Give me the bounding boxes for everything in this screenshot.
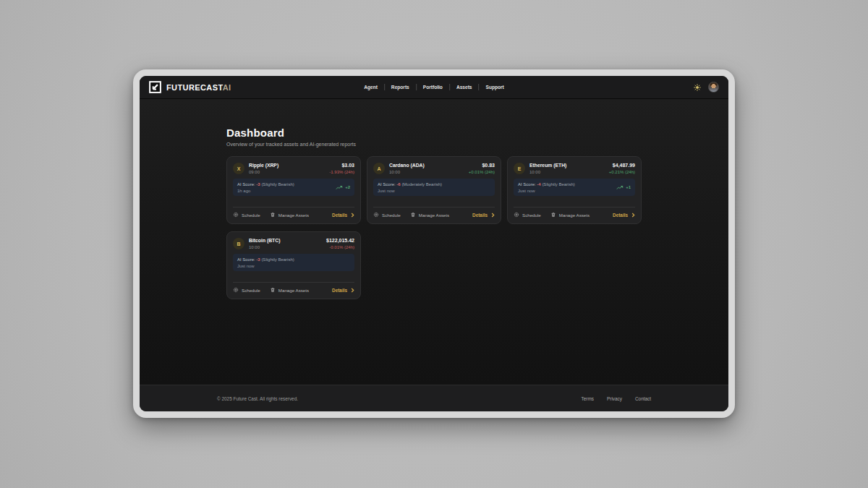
appbar-right	[694, 82, 719, 93]
ai-score-updated: Just now	[378, 189, 442, 193]
theme-toggle-sun-icon[interactable]	[694, 84, 701, 91]
footer-link-terms[interactable]: Terms	[582, 396, 594, 401]
manage-assets-label: Manage Assets	[419, 213, 449, 218]
price-block: $122,015.42 -0.01% (24h)	[326, 238, 354, 249]
asset-time: 10:00	[389, 170, 425, 174]
manage-assets-label: Manage Assets	[278, 288, 309, 293]
price-change: +0.01% (24h)	[469, 170, 495, 174]
asset-card: E Ethereum (ETH) 10:00 $4,487.99 +0.21% …	[507, 156, 642, 224]
ai-score-box: AI Score: -3 (Slightly Bearish) Just now	[233, 254, 354, 271]
card-bottom: Schedule Manage Assets Details	[373, 207, 495, 218]
chevron-right-icon	[351, 288, 354, 293]
details-label: Details	[332, 288, 347, 293]
asset-price: $4,487.99	[609, 163, 635, 168]
footer: © 2025 Future Cast. All rights reserved.…	[140, 385, 728, 411]
card-actions: Schedule Manage Assets Details	[514, 207, 635, 218]
asset-initial-badge: B	[233, 238, 244, 249]
gear-icon	[373, 212, 379, 218]
asset-card: A Cardano (ADA) 10:00 $0.83 +0.01% (24h)…	[367, 156, 501, 224]
brand-logo-icon	[149, 81, 161, 93]
main-nav: Agent Reports Portfolio Assets Support	[364, 84, 504, 90]
price-block: $4,487.99 +0.21% (24h)	[609, 163, 635, 174]
details-button[interactable]: Details	[332, 213, 354, 218]
nav-item-agent[interactable]: Agent	[364, 85, 378, 90]
nav-item-support[interactable]: Support	[486, 85, 504, 90]
nav-separator	[449, 84, 450, 90]
asset-initial-badge: A	[373, 163, 385, 174]
ai-score-label: AI Score:	[237, 182, 255, 187]
manage-assets-label: Manage Assets	[278, 213, 309, 218]
nav-separator	[384, 84, 385, 90]
asset-name: Cardano (ADA)	[389, 163, 425, 168]
manage-assets-button[interactable]: Manage Assets	[410, 212, 449, 218]
ai-score-info: AI Score: -3 (Slightly Bearish) Just now	[237, 257, 294, 268]
gear-icon	[233, 287, 239, 293]
details-button[interactable]: Details	[613, 213, 635, 218]
schedule-button[interactable]: Schedule	[514, 212, 541, 218]
ai-score-box: AI Score: -4 (Slightly Bearish) Just now…	[514, 179, 635, 196]
trend-badge: +2	[336, 185, 350, 190]
card-actions: Schedule Manage Assets Details	[233, 283, 354, 293]
ai-score-info: AI Score: -6 (Moderately Bearish) Just n…	[378, 182, 442, 193]
nav-separator	[479, 84, 480, 90]
trash-icon	[550, 212, 556, 218]
asset-name: Ethereum (ETH)	[529, 163, 566, 168]
price-change: +0.21% (24h)	[609, 170, 635, 174]
asset-initial-badge: X	[233, 163, 244, 174]
asset-info: Ripple (XRP) 09:00	[249, 163, 278, 174]
ai-score-label: AI Score:	[237, 257, 255, 262]
app-window: FUTURECASTAI Agent Reports Portfolio Ass…	[133, 69, 735, 418]
footer-link-contact[interactable]: Contact	[635, 396, 651, 401]
gear-icon	[514, 212, 519, 218]
trend-value: +2	[345, 185, 350, 189]
brand[interactable]: FUTURECASTAI	[149, 81, 231, 93]
ai-score-line: AI Score: -6 (Moderately Bearish)	[378, 182, 442, 187]
schedule-button[interactable]: Schedule	[233, 212, 260, 218]
chevron-right-icon	[351, 213, 354, 218]
asset-info: Cardano (ADA) 10:00	[389, 163, 425, 174]
details-label: Details	[332, 213, 347, 218]
page-title: Dashboard	[226, 127, 642, 139]
footer-link-privacy[interactable]: Privacy	[607, 396, 622, 401]
nav-item-reports[interactable]: Reports	[391, 85, 409, 90]
asset-time: 09:00	[249, 170, 278, 174]
ai-score-value: -3	[256, 182, 260, 187]
asset-price: $122,015.42	[326, 238, 354, 243]
price-change: -0.01% (24h)	[326, 245, 354, 249]
asset-initial-badge: E	[514, 163, 525, 174]
details-label: Details	[472, 213, 488, 218]
ai-score-label: AI Score:	[378, 182, 396, 187]
ai-score-info: AI Score: -3 (Slightly Bearish) 1h ago	[237, 182, 294, 193]
trash-icon	[270, 287, 276, 293]
manage-assets-button[interactable]: Manage Assets	[550, 212, 590, 218]
brand-name: FUTURECASTAI	[166, 83, 231, 92]
asset-card: X Ripple (XRP) 09:00 $3.03 -1.93% (24h) …	[226, 156, 361, 224]
user-avatar[interactable]	[708, 82, 719, 93]
details-button[interactable]: Details	[472, 213, 495, 218]
brand-accent: AI	[223, 83, 231, 92]
schedule-button[interactable]: Schedule	[373, 212, 401, 218]
nav-item-portfolio[interactable]: Portfolio	[423, 85, 443, 90]
manage-assets-button[interactable]: Manage Assets	[270, 212, 309, 218]
price-change: -1.93% (24h)	[329, 170, 354, 174]
schedule-label: Schedule	[242, 213, 260, 218]
nav-item-assets[interactable]: Assets	[456, 85, 472, 90]
schedule-button[interactable]: Schedule	[233, 287, 260, 293]
ai-score-value: -6	[396, 182, 400, 187]
copyright-text: © 2025 Future Cast. All rights reserved.	[217, 396, 298, 401]
schedule-label: Schedule	[382, 213, 401, 218]
trash-icon	[410, 212, 416, 218]
card-bottom: Schedule Manage Assets Details	[233, 207, 354, 218]
footer-links: Terms Privacy Contact	[582, 396, 651, 401]
ai-score-sentiment: (Slightly Bearish)	[542, 182, 574, 187]
app-bar: FUTURECASTAI Agent Reports Portfolio Ass…	[140, 76, 728, 99]
ai-score-line: AI Score: -3 (Slightly Bearish)	[237, 182, 294, 187]
ai-score-value: -3	[256, 257, 260, 262]
ai-score-info: AI Score: -4 (Slightly Bearish) Just now	[518, 182, 575, 193]
manage-assets-label: Manage Assets	[559, 213, 590, 218]
details-button[interactable]: Details	[332, 288, 354, 293]
manage-assets-button[interactable]: Manage Assets	[270, 287, 309, 293]
nav-separator	[416, 84, 417, 90]
ai-score-value: -4	[537, 182, 540, 187]
ai-score-box: AI Score: -3 (Slightly Bearish) 1h ago +…	[233, 179, 354, 196]
